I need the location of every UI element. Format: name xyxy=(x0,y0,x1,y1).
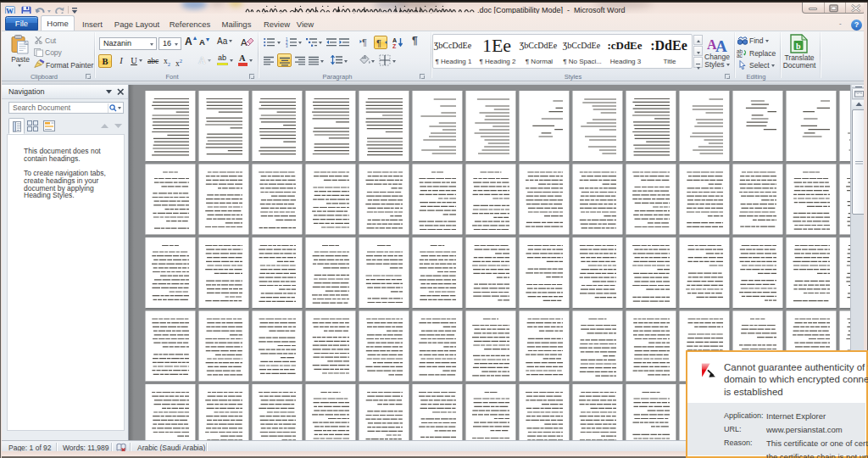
svg-text:ac: ac xyxy=(737,53,743,58)
svg-text:b: b xyxy=(796,42,801,51)
